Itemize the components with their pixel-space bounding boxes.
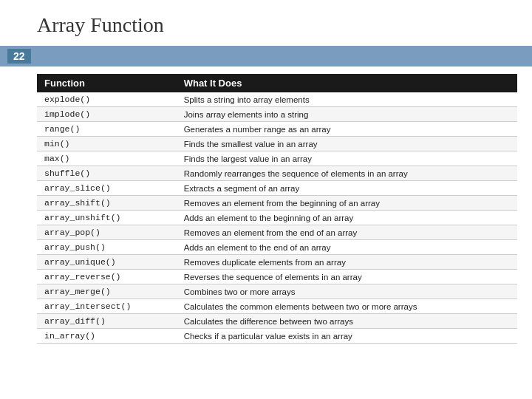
table-row: max()Finds the largest value in an array: [37, 151, 517, 166]
col-header-function: Function: [37, 74, 177, 92]
function-name: explode(): [37, 92, 177, 107]
table-header-row: Function What It Does: [37, 74, 517, 92]
table-row: array_diff()Calculates the difference be…: [37, 314, 517, 329]
table-container: Function What It Does explode()Splits a …: [0, 66, 532, 351]
function-description: Adds an element to the beginning of an a…: [177, 211, 517, 225]
function-description: Removes an element from the beginning of…: [177, 196, 517, 211]
function-name: array_push(): [37, 240, 177, 255]
function-name: range(): [37, 122, 177, 137]
function-name: array_shift(): [37, 196, 177, 211]
table-row: array_slice()Extracts a segment of an ar…: [37, 181, 517, 196]
function-name: array_slice(): [37, 181, 177, 196]
function-description: Finds the largest value in an array: [177, 151, 517, 166]
function-description: Removes duplicate elements from an array: [177, 255, 517, 270]
function-description: Extracts a segment of an array: [177, 181, 517, 196]
function-description: Reverses the sequence of elements in an …: [177, 270, 517, 284]
function-name: in_array(): [37, 329, 177, 344]
function-name: array_reverse(): [37, 270, 177, 284]
function-name: min(): [37, 137, 177, 151]
page-title: Array Function: [0, 0, 532, 46]
function-description: Removes an element from the end of an ar…: [177, 225, 517, 240]
table-row: array_unique()Removes duplicate elements…: [37, 255, 517, 270]
table-row: array_reverse()Reverses the sequence of …: [37, 270, 517, 284]
function-description: Calculates the common elements between t…: [177, 299, 517, 314]
function-name: array_merge(): [37, 284, 177, 299]
function-description: Splits a string into array elements: [177, 92, 517, 107]
function-description: Generates a number range as an array: [177, 122, 517, 137]
slide-number-bar: 22: [0, 46, 532, 66]
function-name: shuffle(): [37, 166, 177, 181]
table-row: explode()Splits a string into array elem…: [37, 92, 517, 107]
function-name: array_diff(): [37, 314, 177, 329]
table-row: shuffle()Randomly rearranges the sequenc…: [37, 166, 517, 181]
function-description: Combines two or more arrays: [177, 284, 517, 299]
function-name: array_intersect(): [37, 299, 177, 314]
function-description: Checks if a particular value exists in a…: [177, 329, 517, 344]
function-description: Calculates the difference between two ar…: [177, 314, 517, 329]
table-row: array_unshift()Adds an element to the be…: [37, 211, 517, 225]
table-row: array_shift()Removes an element from the…: [37, 196, 517, 211]
function-name: array_unique(): [37, 255, 177, 270]
function-name: max(): [37, 151, 177, 166]
function-name: array_unshift(): [37, 211, 177, 225]
table-row: in_array()Checks if a particular value e…: [37, 329, 517, 344]
col-header-what-it-does: What It Does: [177, 74, 517, 92]
function-description: Adds an element to the end of an array: [177, 240, 517, 255]
table-row: array_push()Adds an element to the end o…: [37, 240, 517, 255]
function-description: Joins array elements into a string: [177, 107, 517, 122]
table-row: array_pop()Removes an element from the e…: [37, 225, 517, 240]
function-name: array_pop(): [37, 225, 177, 240]
slide-number: 22: [7, 49, 31, 64]
table-row: implode()Joins array elements into a str…: [37, 107, 517, 122]
function-description: Randomly rearranges the sequence of elem…: [177, 166, 517, 181]
function-name: implode(): [37, 107, 177, 122]
array-functions-table: Function What It Does explode()Splits a …: [37, 74, 517, 344]
table-row: array_intersect()Calculates the common e…: [37, 299, 517, 314]
table-row: min()Finds the smallest value in an arra…: [37, 137, 517, 151]
table-row: range()Generates a number range as an ar…: [37, 122, 517, 137]
table-row: array_merge()Combines two or more arrays: [37, 284, 517, 299]
function-description: Finds the smallest value in an array: [177, 137, 517, 151]
